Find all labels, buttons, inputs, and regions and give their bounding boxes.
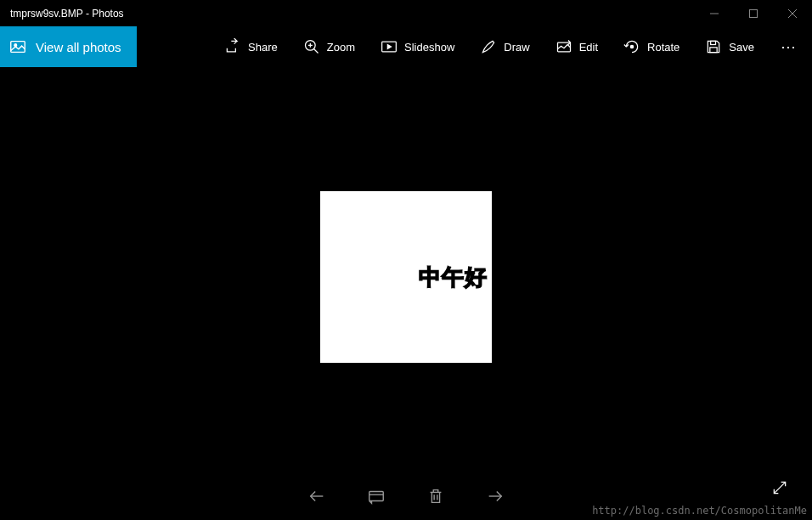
toolbar: View all photos Share Zoom Slideshow Dra	[0, 26, 812, 67]
zoom-button[interactable]: Zoom	[300, 35, 358, 59]
photo-icon	[8, 37, 27, 56]
share-icon	[224, 38, 241, 55]
svg-point-5	[14, 44, 17, 47]
draw-label: Draw	[504, 41, 529, 54]
slideshow-button[interactable]: Slideshow	[377, 35, 458, 59]
view-all-photos-button[interactable]: View all photos	[0, 26, 137, 67]
edit-button[interactable]: Edit	[552, 35, 601, 59]
share-label: Share	[248, 41, 278, 54]
rotate-icon	[623, 38, 640, 55]
ellipsis-icon: ⋯	[781, 37, 797, 56]
svg-rect-16	[369, 492, 384, 501]
zoom-icon	[303, 38, 320, 55]
svg-rect-14	[711, 41, 716, 44]
svg-rect-1	[750, 9, 758, 17]
rotate-button[interactable]: Rotate	[620, 35, 683, 59]
svg-point-12	[630, 45, 633, 48]
zoom-label: Zoom	[327, 41, 355, 54]
window-controls	[695, 0, 812, 26]
slideshow-label: Slideshow	[404, 41, 454, 54]
svg-rect-13	[710, 48, 717, 53]
rotate-label: Rotate	[647, 41, 679, 54]
edit-icon	[555, 38, 572, 55]
svg-line-7	[313, 49, 318, 54]
draw-icon	[480, 38, 497, 55]
fullscreen-button[interactable]	[768, 476, 792, 500]
slideshow-icon	[381, 38, 398, 55]
content-area: 中午好	[0, 67, 812, 520]
image-viewer[interactable]: 中午好	[320, 191, 492, 363]
edit-label: Edit	[579, 41, 598, 54]
previous-button[interactable]	[303, 483, 330, 510]
window-title: tmprsw9sv.BMP - Photos	[0, 8, 124, 20]
save-icon	[705, 38, 722, 55]
draw-button[interactable]: Draw	[476, 35, 533, 59]
more-button[interactable]: ⋯	[776, 35, 800, 59]
save-button[interactable]: Save	[702, 35, 758, 59]
titlebar: tmprsw9sv.BMP - Photos	[0, 0, 812, 26]
next-button[interactable]	[482, 483, 509, 510]
delete-button[interactable]	[422, 483, 449, 510]
image-text: 中午好	[419, 262, 488, 291]
share-button[interactable]: Share	[221, 35, 281, 59]
collection-button[interactable]	[363, 483, 390, 510]
maximize-button[interactable]	[734, 0, 773, 26]
minimize-button[interactable]	[695, 0, 734, 26]
watermark: http://blog.csdn.net/CosmopolitanMe	[592, 505, 807, 517]
toolbar-actions: Share Zoom Slideshow Draw Edit	[221, 35, 812, 59]
close-button[interactable]	[773, 0, 812, 26]
save-label: Save	[729, 41, 754, 54]
view-all-label: View all photos	[36, 40, 121, 54]
